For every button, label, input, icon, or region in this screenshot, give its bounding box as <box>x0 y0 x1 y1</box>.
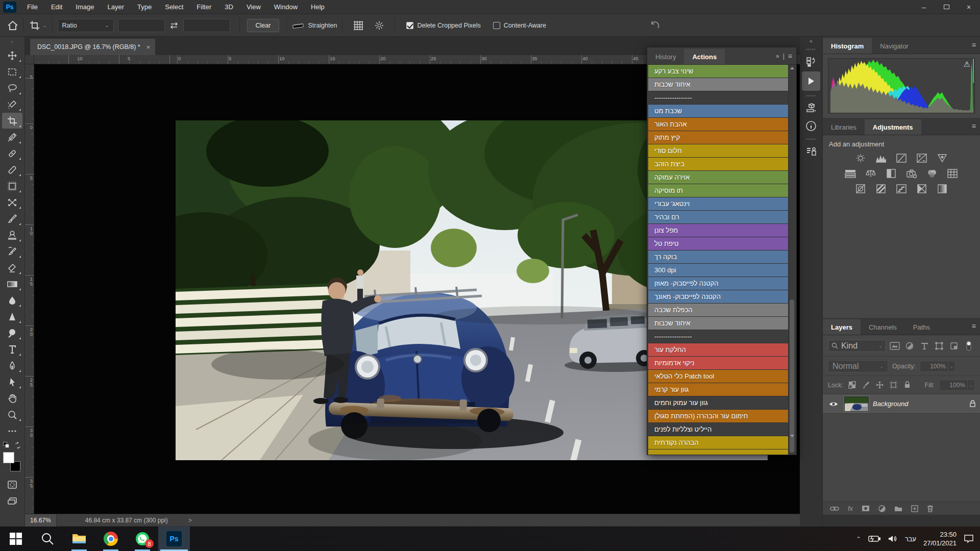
action-row[interactable]: בוקה רך <box>648 251 789 263</box>
action-row[interactable]: הכפלת שכבה <box>648 304 789 316</box>
tab-history[interactable]: History <box>647 49 684 64</box>
crop-tool-preset-icon[interactable]: ⌄ <box>29 20 47 31</box>
action-row[interactable]: איחוד שכבות <box>648 317 789 330</box>
action-row[interactable]: כלי הטלאי Patch tool <box>648 370 789 383</box>
eyedropper-tool[interactable] <box>2 129 22 145</box>
taskbar-search-icon[interactable] <box>32 527 63 551</box>
action-row[interactable]: 300 dpi <box>648 264 789 277</box>
layer-filter-kind-select[interactable]: Kind ⌄ <box>828 340 886 352</box>
eraser-tool[interactable] <box>2 260 22 276</box>
toolbar-collapse-icon[interactable]: » <box>0 37 24 47</box>
scrollbar-thumb[interactable] <box>790 299 794 453</box>
menu-item[interactable]: File <box>20 0 44 14</box>
threshold-icon[interactable] <box>895 184 908 194</box>
foreground-color-swatch[interactable] <box>3 452 14 463</box>
collapse-panel-icon[interactable]: » <box>776 53 779 60</box>
action-row[interactable]: הקטנה לפייסבוק- מאונך <box>648 290 789 303</box>
photoshop-taskbar-icon[interactable]: Ps <box>158 527 190 551</box>
lock-pixels-icon[interactable] <box>862 380 871 391</box>
content-aware-checkbox[interactable]: Content-Aware <box>493 22 546 29</box>
collapse-panels-icon[interactable]: « <box>800 37 822 46</box>
layer-locked-icon[interactable] <box>969 400 976 408</box>
ruler-origin-box[interactable] <box>25 55 34 64</box>
photo-filter-icon[interactable] <box>905 168 918 179</box>
tab-histogram[interactable]: Histogram <box>823 38 872 54</box>
zoom-tool[interactable] <box>2 407 22 422</box>
hand-tool[interactable] <box>2 390 22 406</box>
menu-item[interactable]: Type <box>131 0 158 14</box>
volume-icon[interactable] <box>888 535 898 543</box>
warning-icon[interactable]: ⚠ <box>964 60 970 69</box>
action-row[interactable]: חימום עור והבהרה (הפחתת סגול) <box>648 410 789 422</box>
opacity-field[interactable]: 100% <box>920 361 948 372</box>
action-row[interactable]: גוון עור קרמי <box>648 383 789 396</box>
frame-tool[interactable] <box>2 178 22 194</box>
lock-position-icon[interactable] <box>875 380 885 391</box>
action-row[interactable]: אוירה עמוקה <box>648 171 789 184</box>
tool-presets-list-icon[interactable] <box>802 143 820 160</box>
lock-all-icon[interactable] <box>903 380 912 391</box>
sharpen-tool[interactable] <box>2 309 22 324</box>
link-layers-icon[interactable] <box>830 506 839 512</box>
action-row[interactable]: הקטנה לפייסבוק- מאוזן <box>648 277 789 290</box>
straighten-label[interactable]: Straighten <box>308 22 337 29</box>
menu-item[interactable]: View <box>240 0 267 14</box>
minimize-button[interactable]: – <box>913 0 935 14</box>
filter-type-layers-icon[interactable] <box>919 340 930 352</box>
quick-mask-icon[interactable] <box>2 477 22 492</box>
blur-tool[interactable] <box>2 292 22 308</box>
color-lookup-icon[interactable] <box>946 168 959 179</box>
close-tab-icon[interactable]: × <box>146 43 151 51</box>
actions-play-icon[interactable] <box>802 71 820 91</box>
layer-visibility-eye-icon[interactable] <box>827 401 840 407</box>
swap-colors-icon[interactable] <box>14 442 21 449</box>
layer-filter-toggle[interactable] <box>963 340 975 352</box>
hue-saturation-icon[interactable] <box>844 168 857 179</box>
layer-thumbnail[interactable] <box>844 396 869 412</box>
swap-dimensions-icon[interactable] <box>169 21 179 30</box>
tab-paths[interactable]: Paths <box>905 319 938 335</box>
smudge-tool[interactable] <box>2 325 22 341</box>
start-button[interactable] <box>0 527 32 551</box>
clipboard-history-icon[interactable] <box>802 54 820 70</box>
rectangular-marquee-tool[interactable] <box>2 64 22 80</box>
crop-width-input[interactable] <box>118 19 165 32</box>
status-options-chevron[interactable]: > <box>188 517 192 524</box>
taskbar-clock[interactable]: 23:50 27/01/2021 <box>923 530 957 547</box>
language-indicator[interactable]: עבר <box>905 535 916 543</box>
tab-actions[interactable]: Actions <box>684 49 725 64</box>
actions-scrollbar[interactable] <box>788 65 795 455</box>
action-row[interactable]: ----------------- <box>648 330 789 343</box>
action-row[interactable]: קיץ מתוק <box>648 131 789 144</box>
default-swap-colors[interactable] <box>3 442 21 449</box>
foreground-background-swatches[interactable] <box>2 451 22 471</box>
panel-menu-icon[interactable]: ≡ <box>972 322 976 330</box>
menu-item[interactable]: Window <box>267 0 304 14</box>
action-row[interactable]: וינטאג' עבורי <box>648 197 789 210</box>
new-group-folder-icon[interactable] <box>894 505 902 512</box>
reset-crop-icon[interactable] <box>649 20 660 31</box>
fill-field[interactable]: 100% <box>939 380 968 391</box>
action-row[interactable]: ----------------- <box>648 91 789 104</box>
tab-libraries[interactable]: Libraries <box>823 119 865 135</box>
channel-mixer-icon[interactable] <box>925 168 939 179</box>
document-tab[interactable]: DSC_0018.JPG @ 16.7% (RGB/8) * × <box>30 39 155 55</box>
action-row[interactable] <box>648 449 789 455</box>
crop-ratio-select[interactable]: Ratio ⌄ <box>58 19 114 32</box>
info-icon[interactable] <box>802 118 820 134</box>
menu-item[interactable]: Image <box>69 0 101 14</box>
panel-menu-icon[interactable]: ≡ <box>972 41 976 49</box>
new-layer-icon[interactable] <box>911 505 918 512</box>
menu-item[interactable]: Edit <box>44 0 69 14</box>
menu-item[interactable]: Select <box>158 0 190 14</box>
action-row[interactable]: הבהרה נקודתית <box>648 436 789 449</box>
layer-name[interactable]: Background <box>873 400 908 408</box>
whatsapp-icon[interactable]: 8 <box>127 527 158 551</box>
move-tool[interactable] <box>2 47 22 63</box>
clone-stamp-tool[interactable] <box>2 227 22 243</box>
crop-settings-gear-icon[interactable] <box>374 20 384 31</box>
menu-item[interactable]: Filter <box>190 0 218 14</box>
action-row[interactable]: גוון עור עמוק וחמים <box>648 396 789 409</box>
action-row[interactable]: רם ובהיר <box>648 211 789 223</box>
delete-cropped-pixels-checkbox[interactable]: Delete Cropped Pixels <box>406 22 480 29</box>
